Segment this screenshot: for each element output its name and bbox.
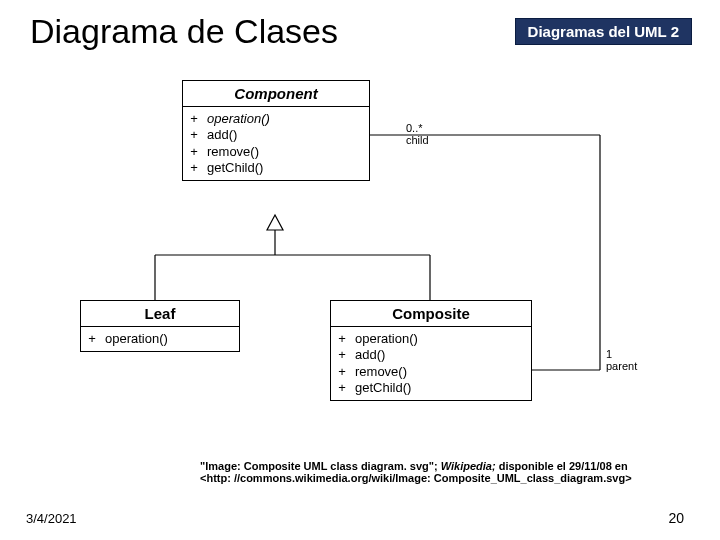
citation-src: Wikipedia;	[441, 460, 499, 472]
op: remove()	[207, 144, 259, 160]
class-composite-ops: +operation() +add() +remove() +getChild(…	[331, 327, 531, 400]
citation-tail: disponible el 29/11/08 en	[499, 460, 628, 472]
citation-lead: "Image: Composite UML class diagram. svg…	[200, 460, 441, 472]
vis: +	[337, 347, 347, 363]
class-leaf-ops: +operation()	[81, 327, 239, 351]
assoc-parent-role: parent	[606, 360, 637, 372]
assoc-child-role: child	[406, 134, 429, 146]
uml-diagram: Component +operation() +add() +remove() …	[100, 80, 660, 440]
svg-marker-0	[267, 215, 283, 230]
op: remove()	[355, 364, 407, 380]
op: getChild()	[207, 160, 263, 176]
vis: +	[189, 111, 199, 127]
class-component: Component +operation() +add() +remove() …	[182, 80, 370, 181]
assoc-parent-mult: 1	[606, 348, 637, 360]
vis: +	[337, 380, 347, 396]
class-leaf-name: Leaf	[81, 301, 239, 327]
assoc-child-mult: 0..*	[406, 122, 429, 134]
assoc-parent: 1 parent	[606, 348, 637, 372]
op: operation()	[207, 111, 270, 127]
op: add()	[355, 347, 385, 363]
op: getChild()	[355, 380, 411, 396]
class-component-ops: +operation() +add() +remove() +getChild(…	[183, 107, 369, 180]
vis: +	[337, 364, 347, 380]
op: operation()	[355, 331, 418, 347]
assoc-child: 0..* child	[406, 122, 429, 146]
op: add()	[207, 127, 237, 143]
vis: +	[337, 331, 347, 347]
footer-page: 20	[668, 510, 684, 526]
vis: +	[189, 144, 199, 160]
citation-url: <http: //commons.wikimedia.org/wiki/Imag…	[200, 472, 632, 484]
header-badge: Diagramas del UML 2	[515, 18, 692, 45]
class-composite-name: Composite	[331, 301, 531, 327]
vis: +	[87, 331, 97, 347]
class-component-name: Component	[183, 81, 369, 107]
page-title: Diagrama de Clases	[30, 12, 338, 51]
class-leaf: Leaf +operation()	[80, 300, 240, 352]
vis: +	[189, 127, 199, 143]
footer-date: 3/4/2021	[26, 511, 77, 526]
op: operation()	[105, 331, 168, 347]
vis: +	[189, 160, 199, 176]
citation: "Image: Composite UML class diagram. svg…	[200, 460, 700, 484]
class-composite: Composite +operation() +add() +remove() …	[330, 300, 532, 401]
